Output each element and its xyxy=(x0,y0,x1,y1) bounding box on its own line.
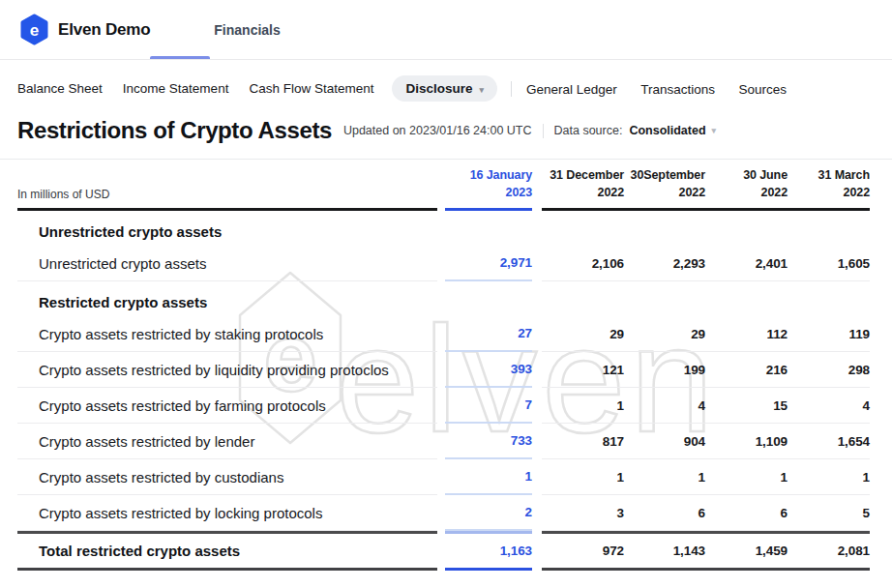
unit-note: In millions of USD xyxy=(17,160,437,211)
column-header: 30 June 2022 xyxy=(705,160,788,211)
cell-value: 6 xyxy=(705,495,788,531)
cell-value-current: 2,971 xyxy=(445,246,532,281)
cell-value-current: 27 xyxy=(445,316,532,352)
updated-timestamp: Updated on 2023/01/16 24:00 UTC xyxy=(343,124,532,137)
app-window: e Elven Demo Financials Balance Sheet In… xyxy=(0,0,892,588)
chevron-down-icon: ▾ xyxy=(712,126,717,135)
row-label: Crypto assets restricted by staking prot… xyxy=(17,316,437,352)
cell-value: 15 xyxy=(705,388,788,424)
table-row: Crypto assets restricted by farming prot… xyxy=(17,388,870,424)
cell-value: 2,081 xyxy=(788,531,870,571)
total-row: Total restricted crypto assets1,1639721,… xyxy=(17,531,870,571)
row-label: Crypto assets restricted by locking prot… xyxy=(17,495,437,531)
statement-toolbar: Balance Sheet Income Statement Cash Flow… xyxy=(0,74,892,103)
brand[interactable]: e Elven Demo xyxy=(19,14,150,45)
cell-value: 121 xyxy=(542,352,624,388)
title-divider xyxy=(543,124,544,138)
cell-value-current: 393 xyxy=(445,352,532,388)
brand-name: Elven Demo xyxy=(58,20,150,40)
cell-value: 2,293 xyxy=(624,246,705,281)
cell-value-current: 1 xyxy=(445,459,532,495)
tab-sources[interactable]: Sources xyxy=(739,82,788,97)
cell-value: 3 xyxy=(542,495,624,531)
cell-value: 112 xyxy=(705,316,788,352)
cell-value: 1 xyxy=(705,459,788,495)
cell-value: 1,654 xyxy=(788,424,870,459)
cell-value: 1 xyxy=(542,459,624,495)
cell-value: 29 xyxy=(624,316,705,352)
row-label: Total restricted crypto assets xyxy=(17,531,437,571)
cell-value: 1 xyxy=(788,459,870,495)
row-label: Unrestricted crypto assets xyxy=(17,246,437,281)
cell-value: 2,106 xyxy=(542,246,624,281)
table-row: Crypto assets restricted by liquidity pr… xyxy=(17,352,870,388)
cell-value: 298 xyxy=(788,352,870,388)
data-source-select[interactable]: Consolidated ▾ xyxy=(629,124,716,137)
cell-value: 972 xyxy=(542,531,624,571)
restrictions-table: In millions of USD 16 January 2023 31 De… xyxy=(17,160,870,571)
row-label: Crypto assets restricted by liquidity pr… xyxy=(17,352,437,388)
cell-value: 1,143 xyxy=(624,531,705,571)
section-label: Restricted crypto assets xyxy=(17,281,870,316)
section-label: Unrestricted crypto assets xyxy=(17,211,870,246)
column-header: 30September 2022 xyxy=(624,160,705,211)
cell-value: 4 xyxy=(788,388,870,424)
table-header-row: In millions of USD 16 January 2023 31 De… xyxy=(17,160,870,211)
cell-value-current: 733 xyxy=(445,424,532,459)
cell-value: 119 xyxy=(788,316,870,352)
disclosure-dropdown[interactable]: Disclosure ▾ xyxy=(392,75,497,102)
column-header: 31 December 2022 xyxy=(542,160,624,211)
cell-value: 817 xyxy=(542,424,624,459)
disclosure-label: Disclosure xyxy=(405,81,472,96)
cell-value: 5 xyxy=(788,495,870,531)
data-source-label: Data source: xyxy=(554,124,623,137)
tab-cash-flow-statement[interactable]: Cash Flow Statement xyxy=(249,81,373,96)
title-bar: Restrictions of Crypto Assets Updated on… xyxy=(0,113,892,148)
cell-value: 6 xyxy=(624,495,705,531)
cell-value: 1,109 xyxy=(705,424,788,459)
table-row: Crypto assets restricted by staking prot… xyxy=(17,316,870,352)
elven-logo-icon: e xyxy=(19,14,49,45)
data-source-value: Consolidated xyxy=(629,124,705,137)
cell-value: 1 xyxy=(542,388,624,424)
row-label: Crypto assets restricted by custodians xyxy=(17,459,437,495)
cell-value-current: 1,163 xyxy=(445,531,532,571)
column-header: 31 March 2022 xyxy=(788,160,870,211)
cell-value: 29 xyxy=(542,316,624,352)
active-tab-underline xyxy=(150,56,210,59)
cell-value: 1,459 xyxy=(705,531,788,571)
column-header-current: 16 January 2023 xyxy=(445,160,532,211)
cell-value: 904 xyxy=(624,424,705,459)
tab-general-ledger[interactable]: General Ledger xyxy=(526,82,617,97)
section-row: Unrestricted crypto assets xyxy=(17,211,870,246)
section-row: Restricted crypto assets xyxy=(17,281,870,316)
page-title: Restrictions of Crypto Assets xyxy=(17,117,332,144)
cell-value-current: 7 xyxy=(445,388,532,424)
cell-value: 1 xyxy=(624,459,705,495)
cell-value: 216 xyxy=(705,352,788,388)
cell-value: 4 xyxy=(624,388,705,424)
table-row: Crypto assets restricted by locking prot… xyxy=(17,495,870,531)
tab-transactions[interactable]: Transactions xyxy=(640,82,715,97)
tab-balance-sheet[interactable]: Balance Sheet xyxy=(17,81,103,96)
toolbar-right-group: General Ledger Transactions Sources xyxy=(526,80,806,98)
cell-value: 1,605 xyxy=(788,246,870,281)
chevron-down-icon: ▾ xyxy=(479,84,484,94)
row-label: Crypto assets restricted by lender xyxy=(17,424,437,459)
cell-value: 2,401 xyxy=(705,246,788,281)
toolbar-divider xyxy=(511,81,512,97)
tab-financials[interactable]: Financials xyxy=(214,22,280,38)
table-row: Unrestricted crypto assets2,9712,1062,29… xyxy=(17,246,870,281)
top-header: e Elven Demo Financials xyxy=(0,0,892,60)
tab-income-statement[interactable]: Income Statement xyxy=(123,81,229,96)
row-label: Crypto assets restricted by farming prot… xyxy=(17,388,437,424)
svg-text:e: e xyxy=(30,21,39,40)
table-row: Crypto assets restricted by lender733817… xyxy=(17,424,870,459)
cell-value-current: 2 xyxy=(445,495,532,531)
table-row: Crypto assets restricted by custodians11… xyxy=(17,459,870,495)
cell-value: 199 xyxy=(624,352,705,388)
